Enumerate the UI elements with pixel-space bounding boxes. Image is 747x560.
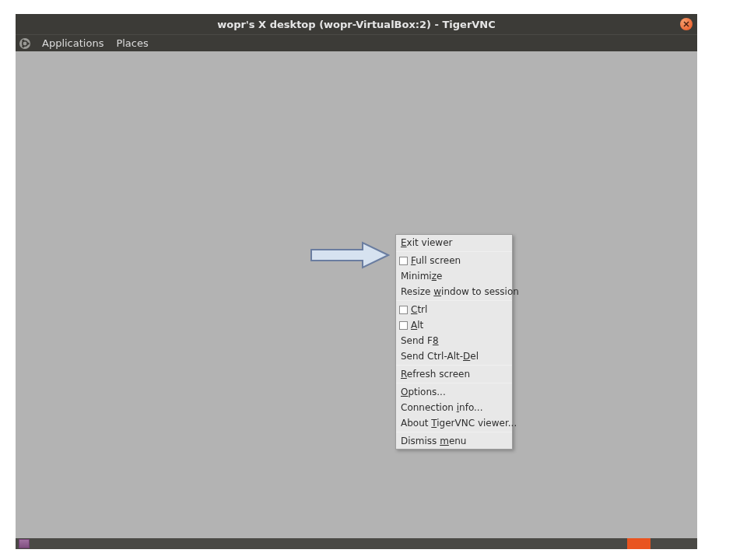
menu-send-ctrl-alt-del[interactable]: Send Ctrl-Alt-Del <box>396 348 512 364</box>
svg-point-4 <box>22 45 24 47</box>
svg-point-2 <box>27 42 30 44</box>
svg-point-3 <box>22 39 24 41</box>
menu-full-screen[interactable]: Full screen <box>396 253 512 268</box>
menu-separator <box>396 251 512 252</box>
checkbox-icon <box>399 257 408 265</box>
menu-dismiss[interactable]: Dismiss menu <box>396 433 512 449</box>
panel-indicator[interactable] <box>627 538 651 549</box>
window-title: wopr's X desktop (wopr-VirtualBox:2) - T… <box>217 19 496 30</box>
vnc-context-menu: Exit viewer Full screen Minimize Resize … <box>395 234 513 450</box>
menu-resize-window[interactable]: Resize window to session <box>396 284 512 299</box>
desktop-bottom-panel <box>16 538 697 549</box>
checkbox-icon <box>399 306 408 314</box>
panel-app-icon[interactable] <box>19 539 30 548</box>
desktop-menubar: Applications Places <box>16 34 697 51</box>
menu-about[interactable]: About TigerVNC viewer... <box>396 415 512 431</box>
close-button[interactable] <box>680 18 693 30</box>
menu-alt-toggle[interactable]: Alt <box>396 317 512 333</box>
menu-ctrl-toggle[interactable]: Ctrl <box>396 302 512 317</box>
vnc-window: wopr's X desktop (wopr-VirtualBox:2) - T… <box>16 14 697 549</box>
menu-options[interactable]: Options... <box>396 384 512 400</box>
menu-separator <box>396 365 512 366</box>
window-titlebar: wopr's X desktop (wopr-VirtualBox:2) - T… <box>16 14 697 34</box>
menu-separator <box>396 432 512 432</box>
ubuntu-logo-icon[interactable] <box>19 37 31 50</box>
places-menu[interactable]: Places <box>110 36 154 51</box>
applications-menu[interactable]: Applications <box>36 36 110 51</box>
menu-connection-info[interactable]: Connection info... <box>396 400 512 415</box>
menu-minimize[interactable]: Minimize <box>396 268 512 284</box>
menu-separator <box>396 300 512 301</box>
checkbox-icon <box>399 321 408 330</box>
menu-exit-viewer[interactable]: Exit viewer <box>396 235 512 250</box>
menu-separator <box>396 383 512 383</box>
remote-desktop-area[interactable] <box>16 51 697 538</box>
menu-refresh-screen[interactable]: Refresh screen <box>396 366 512 382</box>
arrow-annotation-icon <box>310 241 390 269</box>
close-icon <box>683 21 689 27</box>
menu-send-f8[interactable]: Send F8 <box>396 333 512 348</box>
